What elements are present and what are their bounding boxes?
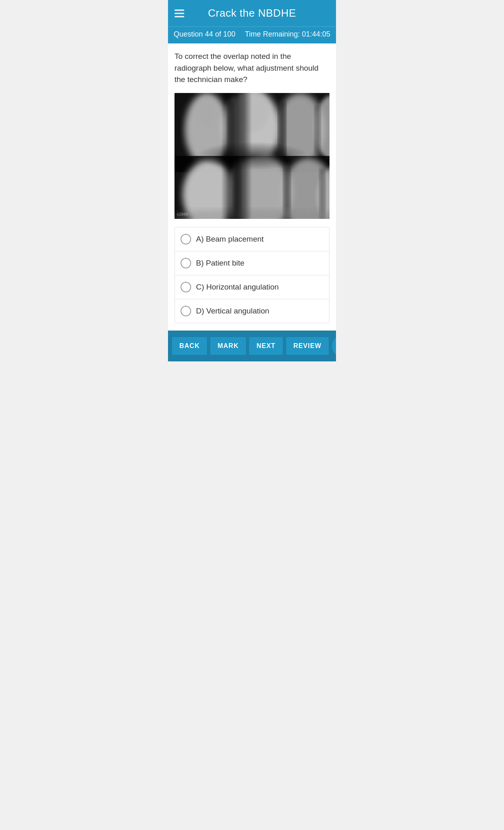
radio-button-d[interactable] xyxy=(181,306,191,316)
xray-image-container: ©2000 xyxy=(174,93,330,219)
top-bar: Crack the NBDHE xyxy=(168,0,336,26)
next-button[interactable]: NEXT xyxy=(249,337,283,355)
radio-button-c[interactable] xyxy=(181,282,191,292)
answer-label-c: C) Horizontal angulation xyxy=(196,283,279,292)
answer-option-b[interactable]: B) Patient bite xyxy=(175,251,329,275)
svg-rect-5 xyxy=(227,101,235,158)
answers-container: A) Beam placement B) Patient bite C) Hor… xyxy=(174,227,330,323)
radio-button-a[interactable] xyxy=(181,234,191,244)
status-bar: Question 44 of 100 Time Remaining: 01:44… xyxy=(168,26,336,43)
svg-point-4 xyxy=(314,95,330,160)
xray-watermark: ©2000 xyxy=(177,212,188,216)
svg-point-12 xyxy=(317,166,330,219)
answer-label-a: A) Beam placement xyxy=(196,235,264,244)
mark-button[interactable]: MARK xyxy=(210,337,246,355)
svg-point-2 xyxy=(223,93,280,166)
svg-point-10 xyxy=(227,154,292,219)
answer-label-b: B) Patient bite xyxy=(196,259,244,268)
svg-rect-14 xyxy=(283,164,291,219)
svg-point-16 xyxy=(195,95,219,132)
hamburger-menu-button[interactable] xyxy=(174,9,184,17)
question-counter: Question 44 of 100 xyxy=(174,30,235,39)
svg-point-17 xyxy=(237,93,270,132)
svg-rect-15 xyxy=(319,168,325,219)
answer-label-d: D) Vertical angulation xyxy=(196,307,269,316)
time-remaining: Time Remaining: 01:44:05 xyxy=(245,30,330,39)
answer-option-d[interactable]: D) Vertical angulation xyxy=(175,299,329,323)
svg-rect-7 xyxy=(314,105,321,154)
svg-rect-8 xyxy=(174,156,330,172)
review-button[interactable]: REVIEW xyxy=(286,337,329,355)
chat-button[interactable]: 💬 xyxy=(332,335,336,357)
bottom-nav: BACK MARK NEXT REVIEW 💬 xyxy=(168,331,336,361)
svg-point-18 xyxy=(174,209,330,219)
svg-rect-13 xyxy=(233,164,241,219)
answer-option-c[interactable]: C) Horizontal angulation xyxy=(175,275,329,299)
xray-image: ©2000 xyxy=(174,93,330,219)
app-title: Crack the NBDHE xyxy=(208,7,296,19)
question-text: To correct the overlap noted in the radi… xyxy=(174,51,330,86)
main-content: To correct the overlap noted in the radi… xyxy=(168,43,336,331)
svg-point-11 xyxy=(282,158,330,219)
svg-point-3 xyxy=(276,93,325,164)
answer-option-a[interactable]: A) Beam placement xyxy=(175,227,329,251)
svg-rect-0 xyxy=(174,93,330,219)
back-button[interactable]: BACK xyxy=(172,337,207,355)
svg-rect-6 xyxy=(278,101,286,162)
svg-point-1 xyxy=(185,93,229,166)
svg-point-9 xyxy=(183,160,235,219)
radio-button-b[interactable] xyxy=(181,258,191,268)
